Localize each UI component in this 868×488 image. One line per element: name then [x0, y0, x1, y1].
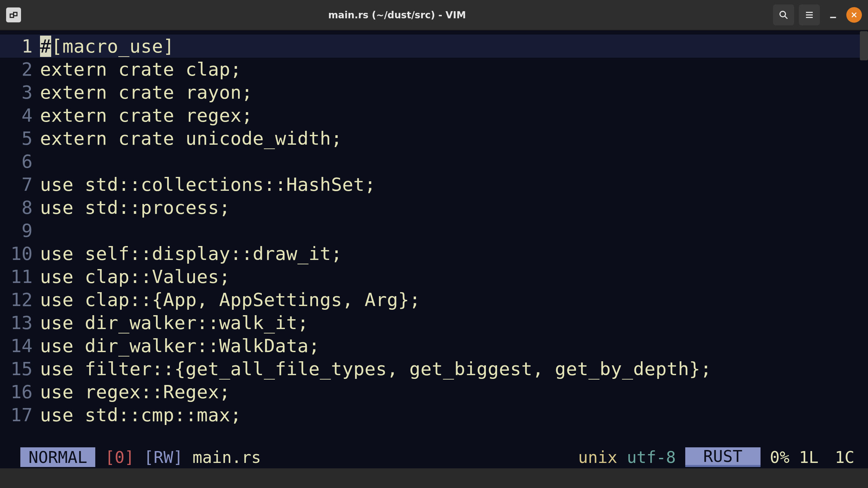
code-text: use std::cmp::max; [40, 404, 241, 426]
scrollbar[interactable] [860, 30, 868, 468]
svg-point-2 [780, 11, 785, 17]
scroll-percent: 0% [770, 448, 790, 467]
buffer-number: [0] [105, 448, 134, 467]
code-line[interactable]: 11use clap::Values; [0, 265, 868, 288]
line-number: 11 [0, 266, 40, 287]
line-number: 2 [0, 59, 40, 80]
line-number: 10 [0, 243, 40, 264]
code-line[interactable]: 5extern crate unicode_width; [0, 127, 868, 150]
line-number: 14 [0, 335, 40, 357]
code-text: use clap::Values; [40, 266, 230, 287]
editor-viewport[interactable]: 1#[macro_use]2extern crate clap;3extern … [0, 30, 868, 468]
line-number: 5 [0, 128, 40, 149]
status-line: NORMAL [0] [RW] main.rs unix utf-8 RUST … [0, 446, 868, 468]
status-filename: main.rs [193, 448, 261, 467]
code-text: extern crate rayon; [40, 82, 253, 103]
line-number: 15 [0, 358, 40, 380]
cursor: # [40, 36, 51, 57]
line-number: 6 [0, 151, 40, 172]
code-text: extern crate clap; [40, 59, 241, 80]
line-number: 3 [0, 82, 40, 103]
line-number: 13 [0, 312, 40, 333]
line-number: 7 [0, 174, 40, 195]
code-line[interactable]: 6 [0, 150, 868, 173]
line-number: 4 [0, 105, 40, 126]
code-text: use self::display::draw_it; [40, 243, 342, 264]
code-text: use std::process; [40, 197, 230, 218]
line-number: 9 [0, 220, 40, 241]
code-text: use clap::{App, AppSettings, Arg}; [40, 289, 420, 310]
code-line[interactable]: 15use filter::{get_all_file_types, get_b… [0, 357, 868, 380]
code-line[interactable]: 8use std::process; [0, 196, 868, 219]
code-text: use std::collections::HashSet; [40, 174, 376, 195]
code-text: use filter::{get_all_file_types, get_big… [40, 358, 712, 380]
readwrite-indicator: [RW] [144, 448, 183, 467]
code-text: extern crate regex; [40, 105, 253, 126]
code-line[interactable]: 13use dir_walker::walk_it; [0, 311, 868, 334]
vim-window: main.rs (~/dust/src) - VIM [0, 0, 868, 488]
window-padding [0, 468, 868, 488]
code-line[interactable]: 1#[macro_use] [0, 35, 868, 58]
code-line[interactable]: 3extern crate rayon; [0, 81, 868, 104]
code-lines[interactable]: 1#[macro_use]2extern crate clap;3extern … [0, 35, 868, 446]
code-text: use dir_walker::walk_it; [40, 312, 309, 333]
line-number: 8 [0, 197, 40, 218]
code-line[interactable]: 10use self::display::draw_it; [0, 242, 868, 265]
mode-indicator: NORMAL [20, 447, 95, 467]
code-line[interactable]: 14use dir_walker::WalkData; [0, 334, 868, 357]
col-position: 1C [835, 448, 854, 467]
line-position: 1L [799, 448, 818, 467]
code-line[interactable]: 7use std::collections::HashSet; [0, 173, 868, 196]
line-number: 17 [0, 404, 40, 426]
svg-line-3 [785, 16, 788, 19]
code-line[interactable]: 17use std::cmp::max; [0, 403, 868, 426]
close-button[interactable] [846, 7, 862, 23]
code-line[interactable]: 9 [0, 219, 868, 242]
code-text: #[macro_use] [40, 36, 174, 57]
line-number: 12 [0, 289, 40, 310]
encoding: utf-8 [627, 448, 676, 467]
minimize-button[interactable] [825, 4, 842, 25]
line-number: 1 [0, 36, 40, 57]
titlebar: main.rs (~/dust/src) - VIM [0, 0, 868, 30]
code-line[interactable]: 2extern crate clap; [0, 58, 868, 81]
code-text: use dir_walker::WalkData; [40, 335, 320, 357]
code-line[interactable]: 12use clap::{App, AppSettings, Arg}; [0, 288, 868, 311]
filetype-badge: RUST [685, 447, 760, 467]
code-line[interactable]: 4extern crate regex; [0, 104, 868, 127]
app-icon [6, 7, 21, 22]
scrollbar-thumb[interactable] [860, 31, 868, 60]
fileformat: unix [578, 448, 617, 467]
code-text: use regex::Regex; [40, 381, 230, 403]
window-title: main.rs (~/dust/src) - VIM [26, 9, 768, 21]
code-text: extern crate unicode_width; [40, 128, 342, 149]
menu-button[interactable] [799, 4, 820, 25]
search-button[interactable] [773, 4, 794, 25]
svg-rect-1 [14, 13, 17, 16]
code-line[interactable]: 16use regex::Regex; [0, 380, 868, 403]
line-number: 16 [0, 381, 40, 403]
